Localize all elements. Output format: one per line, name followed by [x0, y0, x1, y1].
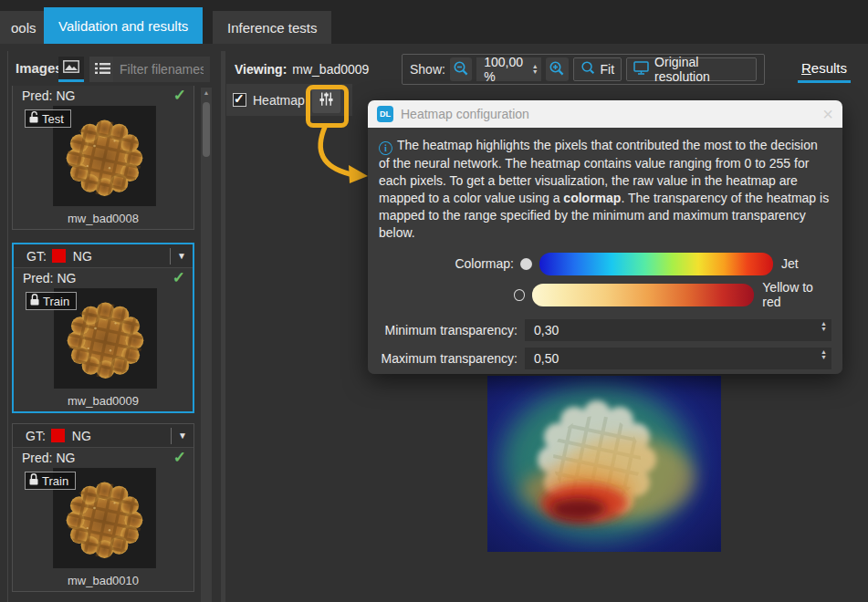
image-card-mw_bad0009[interactable]: GT: NG ▼ Pred: NG ✓ [12, 243, 194, 413]
lock-icon [30, 294, 39, 308]
dataset-badge-train: Train [26, 292, 77, 310]
heatmap-overlay-image[interactable] [487, 376, 721, 552]
pred-value: NG [56, 451, 75, 465]
scrollbar-thumb[interactable] [203, 102, 210, 157]
fit-label: Fit [601, 62, 615, 77]
gt-value: NG [72, 429, 91, 443]
filter-filenames-input[interactable] [113, 57, 210, 82]
fit-button[interactable]: Fit [573, 57, 622, 81]
zoom-controls-group: Show: 100,00 % ▲ ▼ [402, 54, 765, 85]
prediction-row: Pred: NG ✓ [13, 448, 193, 467]
zoom-out-icon [453, 60, 469, 79]
maximum-transparency-spinbox[interactable]: 0,50 ▲ ▼ [525, 348, 831, 369]
minimum-transparency-label: Minimum transparency: [379, 323, 518, 337]
checkbox-check-icon: ✓ [234, 91, 245, 106]
gt-label: GT: [26, 249, 47, 264]
image-filename: mw_bad0010 [13, 571, 193, 591]
jet-gradient-preview[interactable] [539, 253, 773, 275]
maximum-transparency-value: 0,50 [534, 351, 559, 366]
close-icon[interactable]: × [822, 105, 833, 123]
unlock-icon [29, 111, 38, 126]
yellow-to-red-gradient-preview[interactable] [532, 284, 754, 306]
maximum-transparency-label: Maximum transparency: [379, 351, 518, 366]
info-icon: i [378, 140, 393, 156]
image-list-scrollbar[interactable]: ▲ [201, 88, 212, 602]
viewing-label: Viewing: [235, 62, 287, 77]
dialog-title-bar[interactable]: DL Heatmap configuration × [368, 100, 842, 128]
dataset-badge-test: Test [25, 109, 71, 128]
heatmap-checkbox[interactable]: ✓ [233, 93, 246, 107]
dialog-title: Heatmap configuration [401, 107, 815, 121]
ground-truth-dropdown[interactable]: GT: NG ▼ [14, 244, 193, 268]
zoom-percentage-spinbox[interactable]: 100,00 % ▲ ▼ [476, 57, 541, 81]
results-label: esults [811, 60, 847, 76]
zoom-in-icon [549, 60, 565, 79]
heatmap-configuration-dialog: DL Heatmap configuration × iThe heatmap … [368, 100, 842, 374]
sidebar-left-edge [7, 51, 8, 602]
colormap-option-yellow-to-red: Yellow to red [379, 281, 831, 308]
yellow-to-red-option-label: Yellow to red [762, 280, 831, 309]
colormap-option-jet: Colormap: Jet [379, 250, 831, 277]
tab-results[interactable]: Results [801, 60, 847, 76]
viewing-filename: mw_bad0009 [292, 62, 369, 77]
chevron-down-icon[interactable]: ▼ [171, 251, 193, 261]
gt-label: GT: [26, 429, 46, 443]
zoom-in-button[interactable] [546, 57, 568, 81]
ground-truth-dropdown[interactable]: GT: NG ▼ [13, 424, 193, 448]
zoom-out-button[interactable] [450, 57, 472, 81]
badge-label: Train [43, 295, 69, 308]
prediction-correct-check-icon: ✓ [173, 86, 186, 105]
pred-value: NG [56, 88, 75, 103]
heatmap-description: iThe heatmap highlights the pixels that … [379, 137, 831, 242]
image-filename: mw_bad0009 [14, 391, 193, 411]
spin-down-icon[interactable]: ▼ [821, 355, 827, 360]
results-label-mnemonic: R [801, 60, 811, 76]
minimum-transparency-spinbox[interactable]: 0,30 ▲ ▼ [525, 319, 831, 341]
maximum-transparency-row: Maximum transparency: 0,50 ▲ ▼ [379, 348, 831, 369]
image-card-mw_bad0010[interactable]: GT: NG ▼ Pred: NG ✓ [12, 423, 194, 592]
image-view-icon [63, 60, 79, 76]
viewing-header: Viewing:mw_bad0009 [235, 62, 369, 77]
badge-label: Train [42, 474, 68, 488]
heatmap-settings-button[interactable] [312, 87, 340, 113]
list-view-button[interactable] [89, 57, 115, 82]
image-list: Pred: NG ✓ Test [9, 86, 199, 602]
prediction-row: Pred: NG ✓ [14, 268, 193, 287]
prediction-correct-check-icon: ✓ [173, 268, 185, 287]
prediction-row: Pred: NG ✓ [13, 86, 193, 105]
top-tab-bar: ools Validation and results Inference te… [0, 0, 868, 44]
pred-value: NG [57, 271, 76, 285]
description-bold: colormap [563, 191, 621, 205]
badge-label: Test [42, 112, 64, 126]
gt-value: NG [73, 249, 92, 264]
spin-down-icon[interactable]: ▼ [821, 327, 827, 332]
tab-validation-and-results[interactable]: Validation and results [44, 7, 203, 44]
application-window: ools Validation and results Inference te… [0, 0, 868, 602]
app-logo-icon: DL [377, 106, 393, 122]
results-tab-indicator [798, 80, 851, 83]
spin-down-icon[interactable]: ▼ [532, 69, 539, 75]
zoom-percentage-value: 100,00 % [476, 55, 528, 84]
tab-inference-tests[interactable]: Inference tests [213, 11, 331, 44]
original-resolution-button[interactable]: Original resolution [626, 57, 757, 81]
jet-option-label: Jet [781, 256, 799, 271]
pred-label: Pred: [23, 271, 53, 285]
minimum-transparency-row: Minimum transparency: 0,30 ▲ ▼ [379, 319, 831, 341]
chevron-down-icon[interactable]: ▼ [172, 431, 193, 441]
tab-tools[interactable]: ools [0, 11, 47, 44]
list-view-icon [95, 62, 110, 78]
colormap-label: Colormap: [379, 256, 514, 271]
pred-label: Pred: [22, 88, 52, 103]
images-panel-title: Images [16, 60, 63, 76]
thumbnail-view-button[interactable] [58, 57, 84, 82]
monitor-icon [633, 61, 650, 78]
heatmap-toolbar: ✓ Heatmap [226, 84, 352, 116]
gt-color-swatch [51, 429, 65, 442]
radio-jet[interactable] [520, 258, 532, 270]
scrollbar-up-arrow-icon[interactable]: ▲ [201, 88, 212, 99]
panel-splitter[interactable] [221, 51, 225, 602]
sliders-icon [318, 90, 335, 110]
gt-color-swatch [52, 249, 66, 263]
image-card-mw_bad0008[interactable]: Pred: NG ✓ Test [12, 86, 194, 230]
radio-yellow-to-red[interactable] [514, 289, 525, 301]
